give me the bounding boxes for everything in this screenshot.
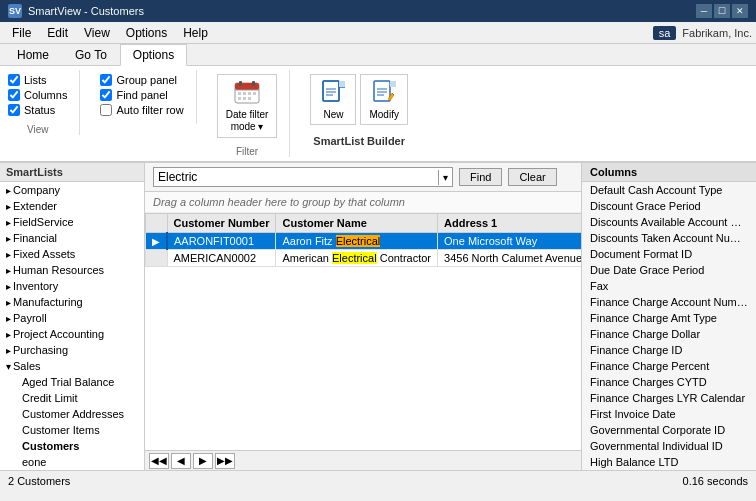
sidebar-item-projectaccounting[interactable]: Project Accounting — [0, 326, 144, 342]
menu-view[interactable]: View — [76, 23, 118, 43]
svg-rect-17 — [339, 81, 345, 87]
table-area[interactable]: Customer Number Customer Name Address 1 … — [145, 213, 581, 450]
svg-rect-21 — [374, 81, 390, 101]
last-page-button[interactable]: ▶▶ — [215, 453, 235, 469]
svg-rect-2 — [239, 81, 242, 86]
sidebar-item-extender[interactable]: Extender — [0, 198, 144, 214]
sidebar-item-customeritems[interactable]: Customer Items — [0, 422, 144, 438]
svg-rect-23 — [390, 81, 396, 87]
column-item-7[interactable]: Finance Charge Account Number — [582, 294, 756, 310]
checkbox-lists[interactable]: Lists — [8, 74, 67, 86]
column-item-0[interactable]: Default Cash Account Type — [582, 182, 756, 198]
column-item-16[interactable]: Governmental Individual ID — [582, 438, 756, 454]
col-customer-name[interactable]: Customer Name — [276, 214, 438, 233]
menu-edit[interactable]: Edit — [39, 23, 76, 43]
sidebar-item-eone[interactable]: eone — [0, 454, 144, 469]
sidebar-item-sales[interactable]: Sales — [0, 358, 144, 374]
column-item-3[interactable]: Discounts Taken Account Number — [582, 230, 756, 246]
new-button[interactable]: New — [310, 74, 356, 125]
column-item-12[interactable]: Finance Charges CYTD — [582, 374, 756, 390]
sidebar-item-inventory[interactable]: Inventory — [0, 278, 144, 294]
column-item-6[interactable]: Fax — [582, 278, 756, 294]
sidebar: SmartLists Company Extender FieldService… — [0, 163, 145, 470]
checkbox-auto-filter-row[interactable]: Auto filter row — [100, 104, 183, 116]
prev-page-button[interactable]: ◀ — [171, 453, 191, 469]
col-address1[interactable]: Address 1 — [438, 214, 581, 233]
smartlist-buttons: New Modify — [310, 70, 407, 129]
restore-button[interactable]: ☐ — [714, 4, 730, 18]
sidebar-item-humanresources[interactable]: Human Resources — [0, 262, 144, 278]
search-dropdown-arrow[interactable]: ▾ — [438, 170, 452, 185]
tab-options[interactable]: Options — [120, 44, 187, 66]
column-item-13[interactable]: Finance Charges LYR Calendar — [582, 390, 756, 406]
column-item-1[interactable]: Discount Grace Period — [582, 198, 756, 214]
checkbox-lists-input[interactable] — [8, 74, 20, 86]
sidebar-item-creditlimit[interactable]: Credit Limit — [0, 390, 144, 406]
svg-rect-6 — [243, 92, 246, 95]
ribbon: Lists Columns Status View Group panel Fi… — [0, 66, 756, 163]
checkbox-group-panel[interactable]: Group panel — [100, 74, 183, 86]
tab-goto[interactable]: Go To — [62, 44, 120, 65]
checkbox-columns-input[interactable] — [8, 89, 20, 101]
search-input[interactable] — [154, 168, 438, 186]
date-filter-mode-label: Date filtermode ▾ — [226, 109, 269, 133]
table-row[interactable]: AMERICAN0002 American Electrical Contrac… — [146, 250, 582, 267]
window-controls: ─ ☐ ✕ — [696, 4, 748, 18]
checkbox-find-panel-input[interactable] — [100, 89, 112, 101]
pagination-bar: ◀◀ ◀ ▶ ▶▶ — [145, 450, 581, 470]
checkbox-find-panel[interactable]: Find panel — [100, 89, 183, 101]
column-item-9[interactable]: Finance Charge Dollar — [582, 326, 756, 342]
sidebar-item-fieldservice[interactable]: FieldService — [0, 214, 144, 230]
checkbox-group-panel-input[interactable] — [100, 74, 112, 86]
columns-scroll[interactable]: Default Cash Account Type Discount Grace… — [582, 182, 756, 469]
checkbox-columns[interactable]: Columns — [8, 89, 67, 101]
column-item-2[interactable]: Discounts Available Account Num... — [582, 214, 756, 230]
minimize-button[interactable]: ─ — [696, 4, 712, 18]
new-icon — [319, 79, 347, 107]
col-customer-number[interactable]: Customer Number — [167, 214, 276, 233]
tab-home[interactable]: Home — [4, 44, 62, 65]
sidebar-item-company[interactable]: Company — [0, 182, 144, 198]
modify-icon — [370, 79, 398, 107]
checkbox-status-label: Status — [24, 104, 55, 116]
column-item-17[interactable]: High Balance LTD — [582, 454, 756, 469]
menu-options[interactable]: Options — [118, 23, 175, 43]
checkbox-find-panel-label: Find panel — [116, 89, 167, 101]
clear-button[interactable]: Clear — [508, 168, 556, 186]
modify-button[interactable]: Modify — [360, 74, 407, 125]
window-title: SmartView - Customers — [28, 5, 144, 17]
ribbon-tabs: Home Go To Options — [0, 44, 756, 66]
sidebar-item-financial[interactable]: Financial — [0, 230, 144, 246]
sidebar-item-customeraddresses[interactable]: Customer Addresses — [0, 406, 144, 422]
checkbox-status-input[interactable] — [8, 104, 20, 116]
menu-file[interactable]: File — [4, 23, 39, 43]
sidebar-item-purchasing[interactable]: Purchasing — [0, 342, 144, 358]
first-page-button[interactable]: ◀◀ — [149, 453, 169, 469]
checkbox-auto-filter-row-input[interactable] — [100, 104, 112, 116]
next-page-button[interactable]: ▶ — [193, 453, 213, 469]
date-filter-mode-button[interactable]: Date filtermode ▾ — [217, 74, 278, 138]
row-indicator: ▶ — [146, 233, 168, 250]
view-checkboxes: Lists Columns Status — [8, 70, 67, 120]
menu-help[interactable]: Help — [175, 23, 216, 43]
find-button[interactable]: Find — [459, 168, 502, 186]
close-button[interactable]: ✕ — [732, 4, 748, 18]
sidebar-item-payroll[interactable]: Payroll — [0, 310, 144, 326]
column-item-5[interactable]: Due Date Grace Period — [582, 262, 756, 278]
column-item-4[interactable]: Document Format ID — [582, 246, 756, 262]
column-item-15[interactable]: Governmental Corporate ID — [582, 422, 756, 438]
column-item-8[interactable]: Finance Charge Amt Type — [582, 310, 756, 326]
checkbox-status[interactable]: Status — [8, 104, 67, 116]
column-item-11[interactable]: Finance Charge Percent — [582, 358, 756, 374]
filter-buttons: Date filtermode ▾ — [217, 70, 278, 142]
sidebar-item-manufacturing[interactable]: Manufacturing — [0, 294, 144, 310]
user-badge: sa — [653, 26, 677, 40]
column-item-10[interactable]: Finance Charge ID — [582, 342, 756, 358]
sidebar-item-fixedassets[interactable]: Fixed Assets — [0, 246, 144, 262]
column-item-14[interactable]: First Invoice Date — [582, 406, 756, 422]
cell-address1: One Microsoft Way — [438, 233, 581, 250]
svg-rect-5 — [238, 92, 241, 95]
table-row[interactable]: ▶ AARONFIT0001 Aaron Fitz Electrical One… — [146, 233, 582, 250]
sidebar-item-agedtrial[interactable]: Aged Trial Balance — [0, 374, 144, 390]
sidebar-item-customers[interactable]: Customers — [0, 438, 144, 454]
